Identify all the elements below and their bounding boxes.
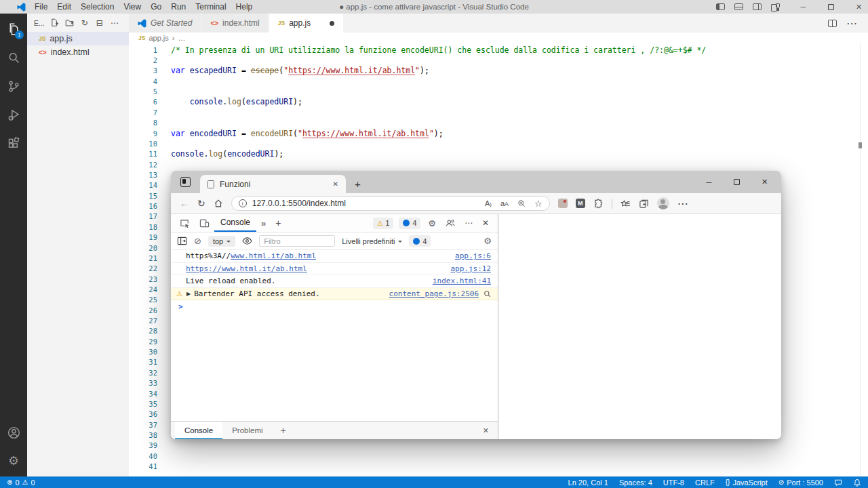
indentation[interactable]: Spaces: 4 bbox=[619, 479, 652, 487]
console-settings-icon[interactable]: ⚙ bbox=[484, 236, 492, 246]
devtools-close-icon[interactable]: ✕ bbox=[477, 214, 494, 232]
explorer-more-icon[interactable]: ⋯ bbox=[110, 18, 119, 28]
toggle-sidebar-icon[interactable] bbox=[711, 0, 730, 14]
split-editor-icon[interactable] bbox=[828, 20, 837, 27]
warnings-badge[interactable]: ⚠ 1 bbox=[373, 218, 394, 229]
more-tabs-icon[interactable]: » bbox=[256, 214, 271, 232]
browser-close-icon[interactable]: ✕ bbox=[751, 178, 778, 186]
url-text[interactable]: 127.0.0.1:5500/index.html bbox=[252, 199, 346, 208]
refresh-icon[interactable]: ↻ bbox=[197, 199, 205, 208]
favorites-star-icon[interactable]: ☆ bbox=[534, 199, 542, 209]
favorites-bar-icon[interactable] bbox=[620, 199, 631, 209]
accounts-icon[interactable] bbox=[0, 418, 27, 447]
extensions-puzzle-icon[interactable] bbox=[593, 199, 604, 209]
explorer-icon[interactable]: 1 bbox=[0, 15, 27, 43]
device-toolbar-icon[interactable] bbox=[195, 214, 214, 232]
menu-file[interactable]: File bbox=[30, 2, 52, 12]
collections-icon[interactable] bbox=[639, 199, 649, 209]
file-item-index-html[interactable]: <>index.html bbox=[27, 45, 129, 59]
new-file-icon[interactable] bbox=[50, 18, 60, 28]
browser-maximize-icon[interactable] bbox=[723, 179, 751, 185]
context-selector[interactable]: top bbox=[208, 236, 235, 247]
source-link[interactable]: app.js:12 bbox=[450, 264, 491, 273]
live-server-port[interactable]: ⊘Port : 5500 bbox=[778, 479, 823, 487]
messages-badge[interactable]: 4 bbox=[399, 218, 420, 229]
editor-scrollbar-track[interactable] bbox=[860, 43, 861, 476]
site-info-icon[interactable]: i bbox=[239, 199, 247, 207]
tab-close-icon[interactable]: ✕ bbox=[333, 180, 338, 188]
eye-icon[interactable] bbox=[242, 237, 252, 245]
log-levels-selector[interactable]: Livelli predefiniti bbox=[342, 237, 402, 245]
collapse-folders-icon[interactable]: ⊟ bbox=[95, 18, 104, 28]
devtools-tab-console[interactable]: Console bbox=[214, 214, 256, 232]
browser-tab[interactable]: Funzioni ✕ bbox=[200, 175, 346, 193]
language-mode[interactable]: {}JavaScript bbox=[726, 479, 768, 487]
editor-tab-app-js[interactable]: JSapp.js bbox=[269, 14, 344, 33]
run-debug-icon[interactable] bbox=[0, 100, 27, 129]
source-link[interactable]: index.html:41 bbox=[433, 277, 491, 285]
zoom-icon[interactable] bbox=[517, 199, 526, 207]
editor-more-icon[interactable]: ⋯ bbox=[846, 17, 857, 30]
search-result-icon[interactable] bbox=[484, 290, 491, 298]
editor-tab-get-started[interactable]: Get Started bbox=[129, 14, 201, 33]
devtools-settings-icon[interactable]: ⚙ bbox=[423, 214, 441, 232]
drawer-close-icon[interactable]: ✕ bbox=[483, 422, 498, 439]
drawer-tab-problemi[interactable]: Problemi bbox=[222, 422, 272, 439]
encoding[interactable]: UTF-8 bbox=[663, 479, 684, 487]
home-icon[interactable] bbox=[214, 199, 223, 208]
menu-help[interactable]: Help bbox=[231, 2, 258, 12]
drawer-tab-console[interactable]: Console bbox=[175, 422, 222, 439]
feedback-icon[interactable] bbox=[834, 479, 842, 487]
menu-selection[interactable]: Selection bbox=[76, 2, 119, 12]
devtools-more-icon[interactable]: ⋯ bbox=[460, 214, 477, 232]
translate-icon[interactable]: aA bbox=[500, 199, 509, 207]
drawer-add-tab-icon[interactable]: + bbox=[273, 422, 294, 439]
browser-minimize-icon[interactable]: ─ bbox=[695, 178, 723, 186]
toggle-secondary-sidebar-icon[interactable] bbox=[748, 0, 766, 14]
eol[interactable]: CRLF bbox=[695, 479, 715, 487]
menu-edit[interactable]: Edit bbox=[52, 2, 76, 12]
menu-run[interactable]: Run bbox=[166, 2, 191, 12]
tab-actions-icon[interactable] bbox=[180, 177, 191, 187]
inspect-element-icon[interactable] bbox=[175, 214, 195, 232]
restore-button[interactable] bbox=[822, 0, 840, 14]
customize-layout-icon[interactable] bbox=[766, 0, 785, 14]
expander-icon[interactable]: ▶ bbox=[186, 291, 191, 297]
page-viewport[interactable] bbox=[498, 214, 781, 439]
source-control-icon[interactable] bbox=[0, 72, 27, 100]
cursor-position[interactable]: Ln 20, Col 1 bbox=[568, 479, 608, 487]
breadcrumb[interactable]: JS app.js › … bbox=[129, 33, 868, 43]
extensions-icon[interactable] bbox=[0, 129, 27, 157]
close-button[interactable]: ✕ bbox=[850, 0, 868, 14]
menu-go[interactable]: Go bbox=[146, 2, 166, 12]
toggle-panel-icon[interactable] bbox=[730, 0, 748, 14]
menu-terminal[interactable]: Terminal bbox=[191, 2, 231, 12]
browser-settings-more-icon[interactable]: ⋯ bbox=[677, 197, 688, 210]
console-prompt[interactable]: > bbox=[171, 300, 498, 313]
devtools-feedback-icon[interactable] bbox=[441, 214, 460, 232]
clear-console-icon[interactable]: ⊘ bbox=[194, 236, 201, 246]
new-tab-icon[interactable]: + bbox=[355, 179, 361, 189]
menu-view[interactable]: View bbox=[119, 2, 146, 12]
minimize-button[interactable]: ─ bbox=[794, 0, 812, 14]
source-link[interactable]: content_page.js:2506 bbox=[389, 289, 479, 298]
address-bar[interactable]: i 127.0.0.1:5500/index.html A) aA ☆ bbox=[231, 196, 550, 211]
console-messages-badge[interactable]: 4 bbox=[409, 235, 431, 247]
profile-avatar[interactable] bbox=[657, 197, 669, 209]
new-folder-icon[interactable] bbox=[65, 18, 75, 28]
back-icon[interactable]: ← bbox=[180, 199, 189, 208]
read-aloud-icon[interactable]: A) bbox=[485, 199, 492, 207]
console-filter-input[interactable] bbox=[259, 235, 335, 247]
notifications-bell-icon[interactable] bbox=[853, 479, 861, 487]
warnings-count[interactable]: ⚠0 bbox=[22, 479, 35, 487]
file-item-app-js[interactable]: JSapp.js bbox=[27, 32, 129, 45]
search-icon[interactable] bbox=[0, 43, 27, 72]
extension-1-icon[interactable] bbox=[558, 199, 568, 208]
settings-gear-icon[interactable]: ⚙ bbox=[0, 447, 27, 475]
add-devtools-tab-icon[interactable]: + bbox=[271, 214, 285, 232]
source-link[interactable]: app.js:6 bbox=[455, 251, 491, 260]
console-sidebar-icon[interactable] bbox=[177, 236, 187, 246]
errors-count[interactable]: ⊗0 bbox=[7, 479, 20, 487]
message-link[interactable]: https://www.html.it/ab.html bbox=[186, 264, 307, 273]
refresh-explorer-icon[interactable]: ↻ bbox=[80, 18, 90, 28]
